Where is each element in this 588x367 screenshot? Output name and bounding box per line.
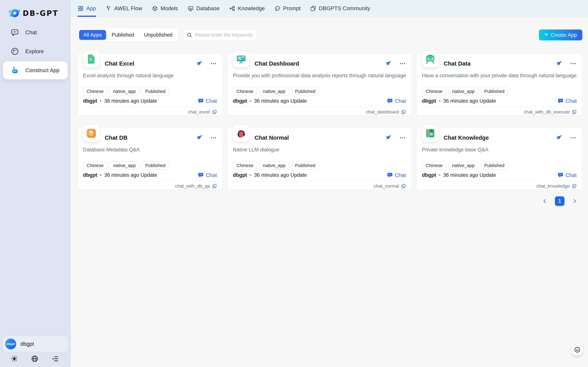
chat-label: Chat: [206, 172, 217, 178]
chat-bubble-icon: [10, 28, 19, 37]
separator-dot: •: [100, 98, 102, 104]
tab-dbgpts-community[interactable]: DBGPTS Community: [310, 0, 370, 17]
planet-logo-icon: [8, 7, 21, 19]
next-page-button[interactable]: [571, 198, 578, 204]
chat-link[interactable]: Chat: [198, 172, 217, 178]
create-app-button[interactable]: + Create App: [539, 29, 582, 40]
dingtalk-share-icon[interactable]: [196, 134, 202, 141]
tag: native_app: [259, 161, 289, 170]
tag: Published: [480, 161, 508, 170]
database-sql-icon: SQL: [188, 5, 194, 12]
tab-knowledge[interactable]: Knowledge: [229, 0, 265, 17]
db-layers-icon: [86, 128, 97, 139]
brand-name: DB-GPT: [23, 9, 58, 17]
chat-link[interactable]: Chat: [557, 98, 577, 104]
search-input[interactable]: [195, 32, 253, 38]
collapse-sidebar-icon[interactable]: [51, 355, 59, 363]
dingtalk-share-icon[interactable]: [555, 60, 562, 67]
plus-icon: +: [544, 31, 548, 38]
chat-link[interactable]: Chat: [198, 98, 217, 104]
tab-database[interactable]: SQL Database: [188, 0, 220, 17]
more-options-icon[interactable]: [210, 134, 217, 141]
chat-label: Chat: [206, 98, 217, 104]
copy-icon[interactable]: [572, 109, 577, 115]
svg-text:SQL: SQL: [189, 7, 192, 9]
card-title: Chat Dashboard: [255, 60, 299, 67]
more-options-icon[interactable]: [399, 134, 406, 141]
sidebar-item-label: Construct App: [25, 67, 59, 74]
app-badge: X: [83, 51, 99, 67]
page-number[interactable]: 1: [555, 196, 564, 206]
more-options-icon[interactable]: [570, 134, 577, 141]
filter-all-apps[interactable]: All Apps: [79, 30, 106, 40]
more-options-icon[interactable]: [570, 60, 577, 67]
copy-icon[interactable]: [572, 184, 577, 189]
create-app-label: Create App: [551, 32, 577, 38]
tab-label: AWEL Flow: [114, 5, 142, 12]
chat-filled-icon: [198, 98, 204, 104]
card-tags: Chinese native_app Published: [422, 161, 577, 170]
copy-icon[interactable]: [401, 184, 406, 189]
language-globe-icon[interactable]: [31, 355, 39, 363]
app-card-chat-db[interactable]: Chat DB Database Metadata Q&A Chinese na…: [77, 127, 223, 190]
tab-models[interactable]: Models: [152, 0, 178, 17]
app-badge: [233, 125, 249, 142]
dingtalk-share-icon[interactable]: [196, 60, 202, 67]
copy-icon[interactable]: [401, 109, 406, 115]
theme-sun-icon[interactable]: [10, 355, 18, 363]
svg-text:X: X: [89, 57, 92, 62]
tab-app[interactable]: App: [78, 0, 96, 17]
tag: Chinese: [83, 161, 107, 170]
sidebar-menu: Chat Explore: [0, 23, 71, 79]
tag: Published: [291, 161, 319, 170]
chat-label: Chat: [565, 172, 577, 178]
app-badge: [422, 51, 439, 67]
tab-label: Database: [196, 5, 220, 12]
card-updated: 36 minutes ago Update: [443, 98, 496, 104]
copy-icon[interactable]: [212, 109, 217, 115]
filter-published[interactable]: Published: [108, 30, 138, 40]
scene-name: chat_with_db_execute: [524, 109, 570, 115]
app-card-chat-normal[interactable]: Chat Normal Native LLM dialogue Chinese …: [227, 127, 412, 190]
dingtalk-share-icon[interactable]: [555, 134, 562, 141]
copy-icon[interactable]: [212, 184, 217, 189]
prompt-bubble-icon: [274, 5, 281, 12]
user-panel[interactable]: dbgpt dbgpt: [3, 336, 68, 351]
sidebar-item-chat[interactable]: Chat: [3, 23, 68, 42]
app-card-grid: X Chat Excel Excel analysis through natu…: [77, 53, 582, 190]
sidebar-item-label: Chat: [25, 29, 37, 36]
feedback-fab-button[interactable]: [571, 344, 583, 355]
prev-page-button[interactable]: [541, 198, 548, 204]
user-name: dbgpt: [20, 341, 34, 347]
dingtalk-share-icon[interactable]: [385, 60, 391, 67]
chat-label: Chat: [395, 98, 406, 104]
chat-link[interactable]: Chat: [557, 172, 577, 178]
search-box: [183, 29, 257, 41]
headset-icon: [236, 128, 247, 139]
app-card-chat-knowledge[interactable]: Chat Knowledge Private knowledge base Q&…: [416, 127, 582, 190]
filter-unpublished[interactable]: Unpublished: [140, 30, 177, 40]
chat-filled-icon: [387, 98, 393, 104]
chat-link[interactable]: Chat: [387, 98, 406, 104]
card-updated: 36 minutes ago Update: [254, 172, 307, 178]
tag: Chinese: [422, 161, 446, 170]
dingtalk-share-icon[interactable]: [385, 134, 391, 141]
chat-label: Chat: [395, 172, 406, 178]
app-card-chat-excel[interactable]: X Chat Excel Excel analysis through natu…: [77, 53, 223, 116]
app-card-chat-dashboard[interactable]: Chat Dashboard Provide you with professi…: [227, 53, 412, 116]
card-updated: 36 minutes ago Update: [254, 98, 307, 104]
models-cube-icon: [152, 5, 158, 12]
chat-link[interactable]: Chat: [387, 172, 406, 178]
tab-awel-flow[interactable]: AWEL Flow: [106, 0, 142, 17]
card-tags: Chinese native_app Published: [233, 161, 406, 170]
sidebar-item-construct-app[interactable]: Construct App: [3, 61, 68, 79]
sidebar-item-explore[interactable]: Explore: [3, 42, 68, 60]
more-options-icon[interactable]: [399, 60, 406, 67]
app-badge: [233, 51, 249, 67]
search-icon: [187, 32, 192, 38]
tab-prompt[interactable]: Prompt: [274, 0, 301, 17]
card-owner: dbgpt: [233, 172, 247, 178]
card-title: Chat Normal: [255, 134, 289, 141]
more-options-icon[interactable]: [210, 60, 217, 67]
app-card-chat-data[interactable]: Chat Data Have a conversation with your …: [416, 53, 582, 116]
